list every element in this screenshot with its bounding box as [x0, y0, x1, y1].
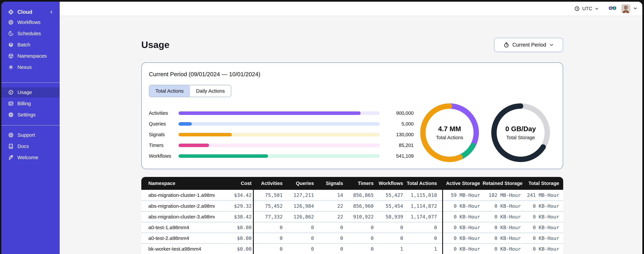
- bar-fill: [178, 122, 192, 126]
- column-header-total-actions: Total Actions: [405, 180, 442, 186]
- sidebar-item-batch[interactable]: Batch: [1, 40, 60, 50]
- table-cell: 0: [316, 246, 345, 252]
- table-cell: 75,452: [253, 203, 284, 209]
- glasses-icon: [609, 6, 616, 11]
- sidebar-group-help: SupportDocsWelcome: [1, 130, 60, 164]
- table-cell: 0: [284, 246, 316, 252]
- account-menu-button[interactable]: [633, 6, 638, 12]
- sidebar-item-nexus[interactable]: Nexus: [1, 62, 60, 72]
- table-cell: 22: [316, 214, 345, 220]
- table-cell: 0 KB-Hour: [482, 214, 523, 220]
- sidebar-item-schedules[interactable]: Schedules: [1, 28, 60, 38]
- table-cell: 22: [316, 203, 345, 209]
- nerdfaces-easter-egg-button[interactable]: [609, 6, 616, 12]
- table-cell: 0: [405, 236, 442, 241]
- table-cell: 1: [405, 246, 442, 252]
- usage-bar-chart: Activities900,000Queries5,000Signals130,…: [149, 108, 414, 161]
- table-row: abs-migration-cluster-1.a98mm4$34.4275,5…: [141, 190, 563, 200]
- avatar[interactable]: [621, 4, 630, 13]
- app-window: Cloud WorkflowsSchedulesBatchNamespacesN…: [1, 2, 642, 254]
- donut-label: Total Storage: [506, 135, 535, 140]
- sidebar-item-label: Welcome: [18, 155, 38, 160]
- bar-value: 130,000: [380, 132, 414, 138]
- temporal-cloud-logo-icon: [8, 9, 14, 15]
- chevron-left-icon: [49, 10, 54, 14]
- sidebar-group-account: UsageBillingSettings: [1, 87, 60, 121]
- tab-total-actions[interactable]: Total Actions: [149, 85, 190, 97]
- avatar-photo: [621, 4, 630, 13]
- table-cell: 0: [253, 225, 284, 230]
- table-cell: 0: [345, 225, 375, 230]
- namespace-link[interactable]: abs-migration-cluster-1.a98mm4: [148, 192, 214, 198]
- namespace-usage-table: NamespaceCostActivitiesQueriesSignalsTim…: [141, 177, 563, 254]
- usage-icon: [8, 90, 14, 95]
- actions-view-tabs: Total ActionsDaily Actions: [149, 85, 231, 97]
- namespace-link[interactable]: abs-migration-cluster-3.a98mm4: [148, 214, 214, 220]
- table-cell: 59 MB-Hour: [442, 192, 482, 198]
- sidebar-item-support[interactable]: Support: [1, 130, 60, 140]
- sidebar-group-main: WorkflowsSchedulesBatchNamespacesNexus: [1, 17, 60, 74]
- bar-label: Queries: [149, 121, 178, 127]
- table-cell: 856,865: [345, 192, 375, 198]
- donut-label: Total Actions: [436, 135, 463, 140]
- table-cell: 0 KB-Hour: [442, 225, 482, 230]
- sidebar-item-namespaces[interactable]: Namespaces: [1, 51, 60, 61]
- sidebar-item-welcome[interactable]: Welcome: [1, 152, 60, 162]
- column-header-signals: Signals: [316, 180, 345, 186]
- table-cell: 0 KB-Hour: [482, 225, 523, 230]
- column-header-timers: Timers: [345, 180, 375, 186]
- namespace-link[interactable]: bk-worker-test.a98mm4: [148, 246, 201, 252]
- table-cell: 0: [345, 246, 375, 252]
- table-cell: 1,114,872: [405, 203, 442, 209]
- table-cell: 0: [375, 236, 405, 241]
- sidebar-item-usage[interactable]: Usage: [1, 87, 60, 97]
- table-cell: 0 KB-Hour: [442, 214, 482, 220]
- table-row: abs-migration-cluster-2.a98mm4$29.3275,4…: [141, 200, 563, 211]
- sidebar-item-billing[interactable]: Billing: [1, 98, 60, 108]
- bar-label: Workflows: [149, 153, 178, 159]
- namespace-link[interactable]: a0-test-1.a98mm4: [148, 225, 189, 230]
- table-cell: 0 KB-Hour: [523, 203, 563, 209]
- table-cell: 0 KB-Hour: [482, 246, 523, 252]
- bar-value: 5,000: [380, 121, 414, 127]
- bar-track: [178, 144, 380, 147]
- sidebar-item-label: Settings: [18, 112, 36, 118]
- bar-row-activities: Activities900,000: [149, 108, 414, 118]
- donut-value: 0 GB/Day: [506, 125, 536, 133]
- namespace-link[interactable]: abs-migration-cluster-2.a98mm4: [148, 203, 214, 209]
- table-cell: 0: [284, 225, 316, 230]
- bar-label: Activities: [149, 110, 178, 116]
- table-row: a0-test-2.a98mm4$0.000000000 KB-Hour0 KB…: [141, 233, 563, 244]
- tab-daily-actions[interactable]: Daily Actions: [190, 85, 231, 97]
- donut-value: 4.7 MM: [438, 125, 461, 133]
- table-cell: $34.42: [214, 192, 253, 198]
- sidebar-item-workflows[interactable]: Workflows: [1, 17, 60, 27]
- table-cell: $29.32: [214, 203, 253, 209]
- top-bar: UTC: [60, 2, 642, 16]
- sidebar-item-settings[interactable]: Settings: [1, 110, 60, 120]
- sidebar-item-docs[interactable]: Docs: [1, 141, 60, 151]
- brand-label: Cloud: [18, 9, 32, 15]
- column-header-namespace: Namespace: [141, 180, 214, 186]
- bar-fill: [178, 133, 232, 136]
- sidebar-collapse-button[interactable]: [49, 7, 54, 17]
- total-actions-donut: 4.7 MMTotal Actions: [417, 100, 482, 165]
- sidebar-item-label: Billing: [18, 101, 31, 106]
- table-cell: 0: [253, 246, 284, 252]
- stopwatch-icon: [503, 42, 510, 48]
- donut-center-text: 4.7 MMTotal Actions: [417, 100, 482, 165]
- namespace-link[interactable]: a0-test-2.a98mm4: [148, 236, 189, 241]
- timezone-selector[interactable]: UTC: [574, 6, 599, 12]
- column-header-queries: Queries: [284, 180, 316, 186]
- bar-track: [178, 154, 380, 158]
- period-selector-button[interactable]: Current Period: [494, 38, 563, 52]
- bar-row-signals: Signals130,000: [149, 129, 414, 140]
- table-cell: 0: [284, 236, 316, 241]
- table-cell: 127,211: [284, 192, 316, 198]
- namespaces-icon: [8, 53, 14, 59]
- sidebar-item-label: Nexus: [18, 64, 32, 70]
- table-cell: 75,501: [253, 192, 284, 198]
- table-section-divider: [253, 190, 254, 254]
- table-section-divider: [442, 190, 443, 254]
- sidebar: Cloud WorkflowsSchedulesBatchNamespacesN…: [1, 2, 60, 254]
